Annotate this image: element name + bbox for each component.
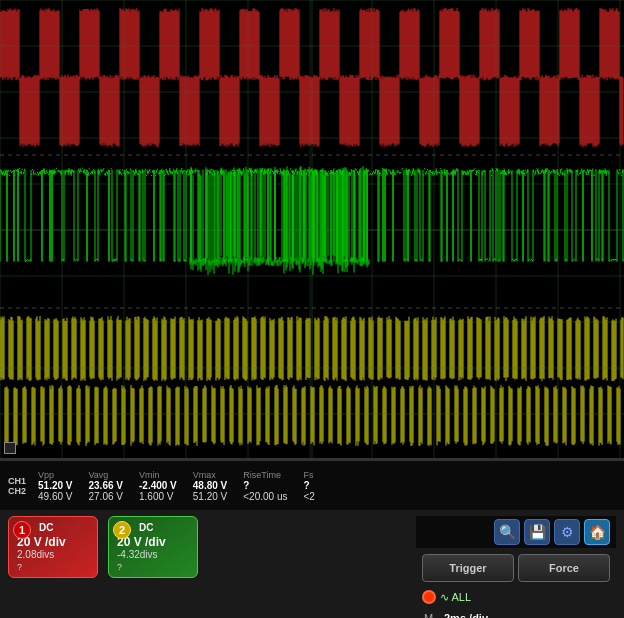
icon-bar: 🔍 💾 ⚙ 🏠 bbox=[416, 516, 616, 548]
ch1-coupling: DC bbox=[39, 522, 89, 533]
ch2-vavg: 27.06 V bbox=[89, 491, 123, 502]
vpp-group: Vpp 51.20 V 49.60 V bbox=[38, 470, 72, 502]
ch2-coupling: DC bbox=[139, 522, 189, 533]
ch2-vpp: 49.60 V bbox=[38, 491, 72, 502]
ch1-vmax: 48.80 V bbox=[193, 480, 227, 491]
force-button[interactable]: Force bbox=[518, 554, 610, 582]
vavg-label: Vavg bbox=[89, 470, 123, 480]
fs-group: Fs ? <2 bbox=[304, 470, 315, 502]
m-value: 2ms /div bbox=[444, 612, 488, 618]
ch2-extra: ? bbox=[117, 562, 189, 572]
ch1-vdiv: 20 V /div bbox=[17, 535, 89, 549]
ch1-extra: ? bbox=[17, 562, 89, 572]
channel2-box[interactable]: 2 DC 20 V /div -4.32divs ? bbox=[108, 516, 198, 578]
controls-area: 1 DC 20 V /div 2.08divs ? 2 DC 20 V /div… bbox=[0, 510, 624, 618]
trigger-force-row: Trigger Force bbox=[416, 550, 616, 586]
ch1-vavg: 23.66 V bbox=[89, 480, 123, 491]
home-button[interactable]: 🏠 bbox=[584, 519, 610, 545]
risetime-label: RiseTime bbox=[243, 470, 287, 480]
vmax-group: Vmax 48.80 V 51.20 V bbox=[193, 470, 227, 502]
risetime-group: RiseTime ? <20.00 us bbox=[243, 470, 287, 502]
trigger-button[interactable]: Trigger bbox=[422, 554, 514, 582]
ch2-divs: -4.32divs bbox=[117, 549, 189, 560]
mtds-panel: M 2ms /div T 0.0 ns D 5k S (125kS/s) bbox=[416, 608, 616, 618]
ch2-badge: 2 bbox=[113, 521, 131, 539]
vmin-group: Vmin -2.400 V 1.600 V bbox=[139, 470, 177, 502]
signal-indicator bbox=[4, 442, 16, 454]
ch1-vpp: 51.20 V bbox=[38, 480, 72, 491]
ch1-risetime: ? bbox=[243, 480, 287, 491]
vpp-label: Vpp bbox=[38, 470, 72, 480]
search-button[interactable]: 🔍 bbox=[494, 519, 520, 545]
ch1-fs: ? bbox=[304, 480, 315, 491]
channel1-box[interactable]: 1 DC 20 V /div 2.08divs ? bbox=[8, 516, 98, 578]
save-button[interactable]: 💾 bbox=[524, 519, 550, 545]
waveform-display bbox=[0, 0, 624, 460]
ch1-label: CH1 bbox=[8, 476, 26, 486]
vavg-group: Vavg 23.66 V 27.06 V bbox=[89, 470, 123, 502]
ch2-fs: <2 bbox=[304, 491, 315, 502]
ch2-vdiv: 20 V /div bbox=[117, 535, 189, 549]
ch2-risetime: <20.00 us bbox=[243, 491, 287, 502]
trigger-mode-label: ∿ ALL bbox=[440, 591, 471, 604]
scope-screen bbox=[0, 0, 624, 460]
trigger-dot bbox=[422, 590, 436, 604]
m-row: M 2ms /div bbox=[424, 612, 608, 618]
m-key: M bbox=[424, 612, 440, 618]
fs-label: Fs bbox=[304, 470, 315, 480]
ch1-divs: 2.08divs bbox=[17, 549, 89, 560]
ch2-vmin: 1.600 V bbox=[139, 491, 177, 502]
trigger-indicator-row: ∿ ALL bbox=[416, 588, 616, 606]
vmin-label: Vmin bbox=[139, 470, 177, 480]
ch1-vmin: -2.400 V bbox=[139, 480, 177, 491]
ch2-label: CH2 bbox=[8, 486, 26, 496]
vmax-label: Vmax bbox=[193, 470, 227, 480]
measurements-bar: CH1 CH2 Vpp 51.20 V 49.60 V Vavg 23.66 V… bbox=[0, 460, 624, 510]
ch1-badge: 1 bbox=[13, 521, 31, 539]
settings-button[interactable]: ⚙ bbox=[554, 519, 580, 545]
ch2-vmax: 51.20 V bbox=[193, 491, 227, 502]
